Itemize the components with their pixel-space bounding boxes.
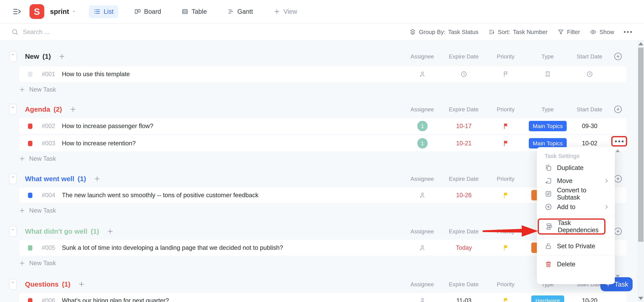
scroll-down-icon[interactable]	[638, 297, 643, 300]
collapse-group-icon[interactable]	[9, 279, 16, 290]
type-placeholder-icon[interactable]	[544, 70, 552, 78]
expire-date[interactable]: 11-03	[456, 297, 471, 302]
status-bullet[interactable]	[28, 72, 32, 77]
add-task-icon[interactable]	[78, 281, 85, 288]
search-input[interactable]	[23, 28, 274, 35]
column-header-expire: Expire Date	[449, 53, 479, 60]
start-date[interactable]: 10-20	[582, 297, 598, 302]
new-task-button[interactable]: New Task	[19, 85, 86, 94]
filter-control[interactable]: Filter	[557, 28, 580, 35]
collapse-group-icon[interactable]	[9, 51, 16, 62]
start-date-placeholder-icon[interactable]	[586, 70, 593, 78]
menu-scroll-down-icon[interactable]	[616, 275, 620, 278]
row-more-options-button[interactable]	[611, 136, 627, 147]
workspace-logo[interactable]: S	[30, 4, 44, 19]
task-title[interactable]: Sunk a lot of time into developing a lan…	[62, 244, 283, 251]
tab-board[interactable]: Board	[129, 5, 166, 18]
add-column-icon[interactable]	[613, 52, 623, 61]
vertical-scrollbar[interactable]	[638, 40, 644, 302]
group-by-value: Task Status	[448, 29, 478, 35]
status-bullet[interactable]	[28, 193, 32, 198]
task-row[interactable]: #002 How to increase passenger flow? 1 1…	[19, 118, 627, 134]
group-count: (1)	[78, 175, 86, 183]
task-title[interactable]: How to increase passenger flow?	[62, 123, 153, 130]
trash-icon	[544, 260, 552, 268]
assignee-placeholder-icon[interactable]	[419, 297, 426, 302]
task-title[interactable]: What's our hiring plan for next quarter?	[62, 297, 169, 302]
priority-placeholder-icon[interactable]	[502, 70, 510, 78]
priority-flag-icon[interactable]	[502, 244, 509, 251]
status-bullet[interactable]	[28, 141, 32, 146]
add-column-icon[interactable]	[613, 105, 623, 114]
scroll-up-icon[interactable]	[638, 42, 643, 45]
status-bullet[interactable]	[28, 124, 32, 129]
collapse-group-icon[interactable]	[9, 226, 16, 237]
tab-list[interactable]: List	[89, 5, 118, 18]
menu-item-move[interactable]: Move	[537, 174, 615, 187]
menu-item-label: Set to Private	[557, 243, 609, 250]
expire-date[interactable]: 10-17	[456, 123, 472, 130]
start-date[interactable]: 10-02	[582, 140, 598, 147]
task-row[interactable]: #001 How to use this template	[19, 66, 627, 82]
tab-gantt[interactable]: Gantt	[222, 5, 258, 18]
scrollbar-thumb[interactable]	[638, 47, 644, 242]
add-task-icon[interactable]	[69, 106, 77, 113]
task-row[interactable]: #003 How to increase retention? 1 10-21 …	[19, 135, 627, 151]
group-by-control[interactable]: Group By: Task Status	[409, 28, 478, 35]
column-header-priority: Priority	[497, 53, 514, 60]
sort-control[interactable]: Sort: Task Number	[488, 28, 548, 35]
type-badge[interactable]: Hardware	[531, 296, 564, 302]
start-date[interactable]: 09-30	[582, 123, 598, 130]
task-title[interactable]: How to use this template	[62, 71, 130, 78]
new-task-button[interactable]: New Task	[19, 259, 86, 268]
priority-flag-icon[interactable]	[502, 297, 509, 302]
title-caret-icon[interactable]	[72, 9, 76, 14]
search-icon	[11, 28, 19, 36]
task-row[interactable]: #006 What's our hiring plan for next qua…	[19, 293, 627, 302]
assignee-avatar[interactable]: 1	[417, 121, 428, 131]
task-title[interactable]: How to increase retention?	[62, 140, 136, 147]
menu-item-set-to-private[interactable]: Set to Private	[537, 240, 615, 253]
column-header-expire: Expire Date	[449, 106, 479, 113]
submenu-chevron-icon	[604, 204, 609, 210]
menu-item-delete[interactable]: Delete	[537, 258, 615, 271]
menu-item-duplicate[interactable]: Duplicate	[537, 161, 615, 174]
assignee-avatar[interactable]: 1	[417, 138, 428, 149]
sidebar-toggle-icon[interactable]	[12, 7, 22, 16]
collapse-group-icon[interactable]	[9, 173, 16, 184]
task-row[interactable]: #005 Sunk a lot of time into developing …	[19, 240, 627, 256]
tab-table[interactable]: Table	[177, 5, 212, 18]
add-task-icon[interactable]	[94, 175, 101, 182]
more-options-icon[interactable]	[624, 31, 632, 33]
status-bullet[interactable]	[28, 298, 32, 302]
menu-divider	[537, 255, 615, 255]
menu-section-label: Task Settings	[537, 151, 615, 161]
menu-item-add-to[interactable]: Add to	[537, 200, 615, 213]
expire-date[interactable]: 10-21	[456, 140, 472, 147]
expire-date[interactable]: 10-26	[456, 192, 472, 199]
menu-item-task-dependencies[interactable]: Task Dependencies	[539, 220, 604, 233]
menu-item-convert-to-subtask[interactable]: Convert to Subtask	[537, 187, 615, 200]
assignee-placeholder-icon[interactable]	[419, 70, 426, 78]
type-badge[interactable]: Main Topics	[529, 121, 567, 131]
priority-flag-icon[interactable]	[502, 140, 509, 147]
new-task-button[interactable]: New Task	[19, 154, 86, 163]
priority-flag-icon[interactable]	[502, 123, 509, 130]
show-control[interactable]: Show	[590, 28, 614, 35]
expire-date-placeholder-icon[interactable]	[460, 70, 468, 78]
add-task-icon[interactable]	[58, 53, 66, 60]
assignee-placeholder-icon[interactable]	[419, 191, 426, 199]
new-task-button[interactable]: New Task	[19, 206, 86, 215]
priority-flag-icon[interactable]	[502, 192, 509, 199]
expire-date[interactable]: Today	[456, 244, 472, 251]
collapse-group-icon[interactable]	[9, 104, 16, 115]
task-title[interactable]: The new launch went so smoothly -- tons …	[62, 192, 258, 199]
task-row[interactable]: #004 The new launch went so smoothly -- …	[19, 187, 627, 203]
status-bullet[interactable]	[28, 245, 32, 251]
column-header-priority: Priority	[497, 106, 514, 113]
menu-scroll-up-icon[interactable]	[616, 149, 620, 152]
add-task-icon[interactable]	[106, 228, 114, 235]
type-badge[interactable]: Main Topics	[529, 138, 567, 149]
add-view-button[interactable]: View	[269, 5, 302, 18]
assignee-placeholder-icon[interactable]	[419, 244, 426, 251]
